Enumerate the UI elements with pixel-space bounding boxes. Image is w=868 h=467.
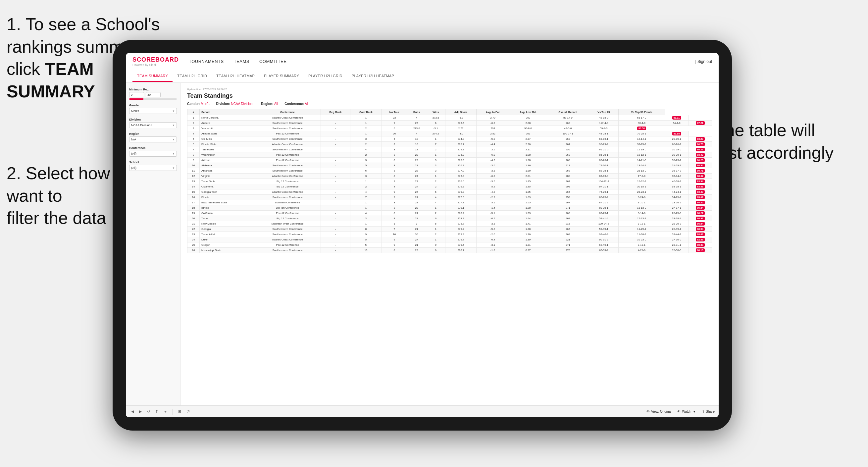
table-row[interactable]: 17East Tennessee StateSouthern Conferenc… xyxy=(187,200,712,205)
table-cell: 31-29-1 xyxy=(665,163,688,168)
table-cell: 1 xyxy=(426,136,445,142)
table-cell: 277.8 xyxy=(445,200,476,205)
tab-player-h2h-heatmap[interactable]: PLAYER H2H HEATMAP xyxy=(347,70,399,82)
table-row[interactable]: 25OregonPac-12 Conference-59210279.5-3.1… xyxy=(187,243,712,248)
filter-division-select[interactable]: NCAA Division I ▼ xyxy=(129,122,177,128)
tab-player-h2h-grid[interactable]: PLAYER H2H GRID xyxy=(304,70,347,82)
table-row[interactable]: 26Mississippi StateSoutheastern Conferen… xyxy=(187,248,712,253)
table-cell: - xyxy=(320,221,350,226)
table-row[interactable]: 1North CarolinaAtlantic Coast Conference… xyxy=(187,115,712,121)
table-cell: 3 xyxy=(382,142,407,147)
table-cell: -3.6 xyxy=(476,163,509,168)
toolbar-add[interactable]: ＋ xyxy=(162,408,168,415)
table-cell: 22 xyxy=(407,158,426,163)
table-row[interactable]: 2AuburnSoutheastern Conference-19276273.… xyxy=(187,121,712,126)
table-row[interactable]: 3VanderbiltSoutheastern Conference-25273… xyxy=(187,126,712,131)
table-cell: 276.0 xyxy=(445,179,476,184)
conference-link[interactable]: All xyxy=(305,102,308,106)
table-cell: 9 xyxy=(382,237,407,243)
table-row[interactable]: 19CaliforniaPac-12 Conference-48242278.2… xyxy=(187,211,712,216)
table-row[interactable]: 15Georgia TechAtlantic Coast Conference-… xyxy=(187,189,712,195)
min-rounds-min-input[interactable] xyxy=(129,92,144,97)
table-cell: 25 xyxy=(187,243,200,248)
tab-team-h2h-grid[interactable]: TEAM H2H GRID xyxy=(173,70,212,82)
score-badge: 83.94 xyxy=(696,180,705,183)
table-cell: Big 12 Conference xyxy=(254,216,321,221)
table-row[interactable]: 24DukeAtlantic Coast Conference-59271279… xyxy=(187,237,712,243)
table-row[interactable]: 13Texas TechBig 12 Conference-19272276.0… xyxy=(187,179,712,184)
col-avg-par: Avg. to Par xyxy=(476,109,509,115)
table-cell: 33-38-4 xyxy=(665,216,688,221)
chevron-down-icon: ▼ xyxy=(172,152,175,155)
table-cell: Southeastern Conference xyxy=(254,121,321,126)
table-row[interactable]: 23Texas A&MSoutheastern Conference-91030… xyxy=(187,232,712,237)
toolbar-view-btn[interactable]: 👁 View: Original xyxy=(646,410,672,413)
table-cell: 23 xyxy=(407,152,426,158)
filter-region-select[interactable]: N/A ▼ xyxy=(129,136,177,143)
table-cell: 70-25-1 xyxy=(619,131,665,136)
toolbar-share-btn[interactable]: ⬆ xyxy=(154,409,160,414)
table-row[interactable]: 21New MexicoMountain West Conference-139… xyxy=(187,221,712,226)
table-row[interactable]: 22GeorgiaSoutheastern Conference-8721127… xyxy=(187,226,712,232)
table-cell: 88.54 xyxy=(688,226,712,232)
toolbar-watch[interactable]: 👁 Watch ▼ xyxy=(677,410,696,413)
region-link[interactable]: All xyxy=(274,102,278,106)
table-cell: 2.52 xyxy=(476,131,509,136)
filter-school-select[interactable]: (All) ▼ xyxy=(129,165,177,171)
table-row[interactable]: 20TexasBig 12 Conference-38286278.9-0.71… xyxy=(187,216,712,221)
table-row[interactable]: 10AlabamaSoutheastern Conference-5823327… xyxy=(187,163,712,168)
toolbar-clock[interactable]: ⏱ xyxy=(185,409,191,414)
table-cell: Florida State xyxy=(200,142,254,147)
table-cell: 28 xyxy=(407,168,426,174)
toolbar-share-link[interactable]: ⬆ Share xyxy=(702,410,715,413)
table-row[interactable]: 7TennesseeSoutheastern Conference-481822… xyxy=(187,147,712,152)
toolbar-back[interactable]: ◀ xyxy=(130,409,135,414)
table-cell: -2.9 xyxy=(476,195,509,200)
table-row[interactable]: 5Ole MissSoutheastern Conference-3618127… xyxy=(187,136,712,142)
range-slider[interactable] xyxy=(129,98,177,100)
toolbar-grid[interactable]: ⊞ xyxy=(177,409,183,414)
tab-player-summary[interactable]: PLAYER SUMMARY xyxy=(259,70,304,82)
toolbar-forward[interactable]: ▶ xyxy=(138,409,143,414)
toolbar-reload[interactable]: ↺ xyxy=(146,409,151,414)
min-rounds-max-input[interactable] xyxy=(146,92,161,97)
table-row[interactable]: 11ArkansasSoutheastern Conference-682832… xyxy=(187,168,712,174)
table-cell: 83.47 xyxy=(688,189,712,195)
table-cell: North Carolina xyxy=(200,115,254,121)
table-row[interactable]: 18IllinoisBig Ten Conference-18231279.1-… xyxy=(187,205,712,211)
filter-conference-select[interactable]: (All) ▼ xyxy=(129,151,177,157)
gender-link[interactable]: Men's xyxy=(201,102,209,106)
table-cell: 8 xyxy=(382,163,407,168)
table-row[interactable]: 6Florida StateAtlantic Coast Conference-… xyxy=(187,142,712,147)
tab-team-summary[interactable]: TEAM SUMMARY xyxy=(132,70,173,82)
score-badge: 85.02 xyxy=(696,195,705,199)
nav-teams[interactable]: TEAMS xyxy=(234,57,249,66)
table-cell: 13-24-1 xyxy=(619,163,665,168)
table-cell: 80.73 xyxy=(688,142,712,147)
table-row[interactable]: 12VirginiaAtlantic Coast Conference-3824… xyxy=(187,174,712,179)
table-cell: Texas Tech xyxy=(200,179,254,184)
division-link[interactable]: NCAA Division I xyxy=(231,102,255,106)
sign-out-button[interactable]: | Sign out xyxy=(695,59,712,64)
tab-team-h2h-heatmap[interactable]: TEAM H2H HEATMAP xyxy=(212,70,259,82)
table-cell: - xyxy=(320,147,350,152)
score-badge: 88.38 xyxy=(696,243,705,247)
table-cell: Georgia xyxy=(200,226,254,232)
standings-table: # School Conference Reg Rank Conf Rank N… xyxy=(187,109,712,253)
table-row[interactable]: 16FloridaSoutheastern Conference-7924427… xyxy=(187,195,712,200)
table-row[interactable]: 4Arizona StatePac-12 Conference-1264274.… xyxy=(187,131,712,136)
table-cell: -1.4 xyxy=(476,205,509,211)
filter-gender-select[interactable]: Men's ▼ xyxy=(129,108,177,114)
table-cell: 9-12-1 xyxy=(619,221,665,226)
table-cell: -3.8 xyxy=(476,168,509,174)
nav-tournaments[interactable]: TOURNAMENTS xyxy=(189,57,224,66)
table-row[interactable]: 14OklahomaBig 12 Conference-24242276.9-5… xyxy=(187,184,712,189)
table-row[interactable]: 9ArizonaPac-12 Conference-38223276.3-4.6… xyxy=(187,158,712,163)
top-nav: SCOREBOARD Powered by clippi TOURNAMENTS… xyxy=(126,53,719,70)
table-row[interactable]: 8WashingtonPac-12 Conference-28231276.3-… xyxy=(187,152,712,158)
nav-committee[interactable]: COMMITTEE xyxy=(259,57,287,66)
table-cell: 86.84 xyxy=(688,221,712,226)
table-cell: 279.7 xyxy=(445,237,476,243)
score-badge: 88.27 xyxy=(696,211,705,215)
table-cell: 80.94 xyxy=(688,163,712,168)
